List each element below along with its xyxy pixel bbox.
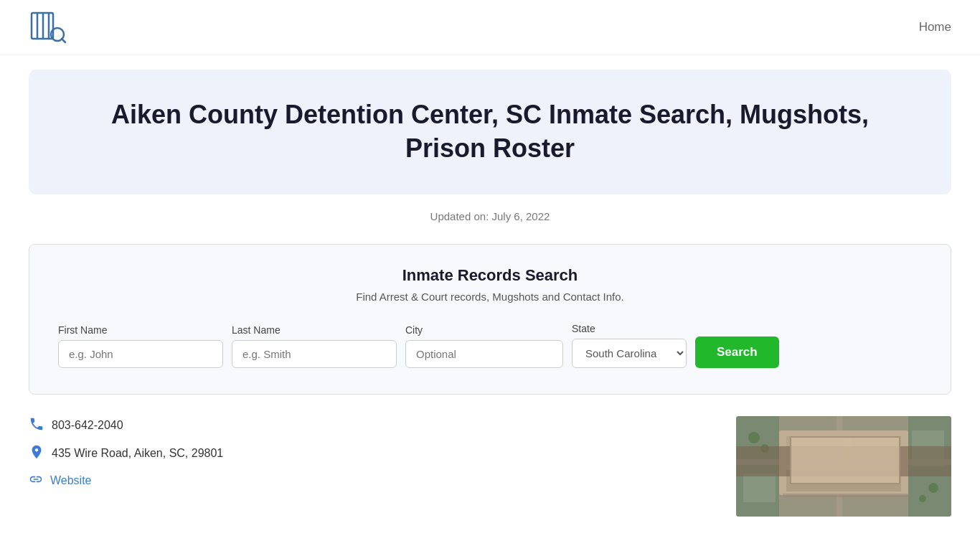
- svg-rect-6: [736, 416, 951, 517]
- phone-row: 803-642-2040: [29, 416, 693, 435]
- logo-icon: [29, 10, 66, 44]
- website-link[interactable]: Website: [29, 472, 693, 489]
- address-row: 435 Wire Road, Aiken, SC, 29801: [29, 444, 693, 463]
- svg-rect-10: [786, 436, 844, 465]
- search-button[interactable]: Search: [695, 336, 779, 368]
- page-title: Aiken County Detention Center, SC Inmate…: [72, 98, 908, 166]
- hero-banner: Aiken County Detention Center, SC Inmate…: [29, 70, 951, 194]
- svg-rect-12: [786, 470, 901, 491]
- phone-number: 803-642-2040: [52, 419, 123, 432]
- svg-rect-13: [743, 474, 776, 502]
- search-fields: First Name Last Name City State South Ca…: [58, 323, 922, 368]
- phone-icon: [29, 416, 44, 435]
- state-select[interactable]: South CarolinaAlabamaAlaskaArizonaArkans…: [572, 339, 687, 368]
- main-nav: Home: [919, 20, 951, 34]
- location-icon: [29, 444, 44, 463]
- first-name-input[interactable]: [58, 340, 223, 368]
- city-label: City: [405, 324, 563, 336]
- last-name-label: Last Name: [232, 324, 397, 336]
- first-name-group: First Name: [58, 324, 223, 368]
- first-name-label: First Name: [58, 324, 223, 336]
- contact-section: 803-642-2040 435 Wire Road, Aiken, SC, 2…: [29, 416, 951, 517]
- svg-point-16: [748, 432, 760, 443]
- last-name-input[interactable]: [232, 340, 397, 368]
- last-name-group: Last Name: [232, 324, 397, 368]
- updated-date: Updated on: July 6, 2022: [0, 210, 980, 222]
- svg-line-5: [62, 39, 65, 42]
- contact-info: 803-642-2040 435 Wire Road, Aiken, SC, 2…: [29, 416, 693, 489]
- search-heading: Inmate Records Search: [58, 266, 922, 285]
- city-input[interactable]: [405, 340, 563, 368]
- address-text: 435 Wire Road, Aiken, SC, 29801: [52, 447, 223, 460]
- svg-point-18: [928, 483, 938, 493]
- site-logo[interactable]: [29, 10, 66, 44]
- home-link[interactable]: Home: [919, 20, 951, 34]
- svg-point-17: [760, 444, 769, 453]
- svg-rect-7: [736, 459, 951, 465]
- site-header: Home: [0, 0, 980, 55]
- svg-rect-8: [837, 416, 842, 517]
- svg-rect-15: [783, 494, 908, 497]
- state-group: State South CarolinaAlabamaAlaskaArizona…: [572, 323, 687, 368]
- facility-image: [736, 416, 951, 517]
- search-section: Inmate Records Search Find Arrest & Cour…: [29, 244, 951, 395]
- link-icon: [29, 472, 43, 489]
- svg-point-19: [919, 495, 926, 502]
- search-subtitle: Find Arrest & Court records, Mugshots an…: [58, 291, 922, 303]
- city-group: City: [405, 324, 563, 368]
- svg-rect-14: [912, 430, 944, 466]
- svg-rect-9: [779, 430, 908, 495]
- svg-rect-11: [851, 436, 901, 465]
- state-label: State: [572, 323, 687, 334]
- facility-aerial-svg: [736, 416, 951, 517]
- website-label: Website: [50, 474, 92, 487]
